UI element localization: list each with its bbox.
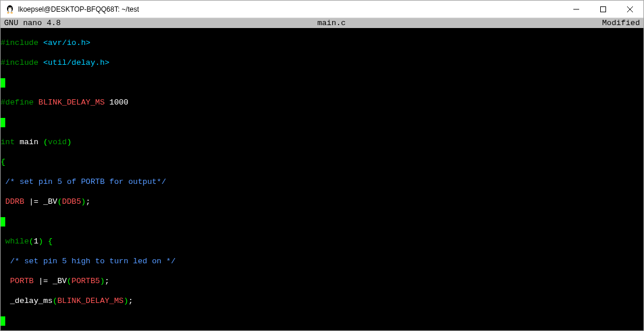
app-icon <box>5 5 15 14</box>
code-line: int main (void) <box>1 137 643 147</box>
trailing-space <box>1 316 5 326</box>
window-title: lkoepsel@DESKTOP-BFQQ68T: ~/test <box>18 5 563 13</box>
svg-point-5 <box>11 7 11 8</box>
nano-header: GNU nano 4.8 main.c Modified <box>1 18 643 28</box>
cursor <box>1 78 5 88</box>
code-line <box>1 316 643 326</box>
code-line: while(1) { <box>1 236 643 246</box>
code-line <box>1 78 643 88</box>
trailing-space <box>1 217 5 227</box>
code-line <box>1 217 643 227</box>
code-line: #include <avr/io.h> <box>1 38 643 48</box>
code-line: { <box>1 157 643 167</box>
titlebar[interactable]: lkoepsel@DESKTOP-BFQQ68T: ~/test <box>1 1 643 18</box>
nano-filename: main.c <box>61 18 602 28</box>
terminal-window: lkoepsel@DESKTOP-BFQQ68T: ~/test GNU nan… <box>0 0 644 331</box>
code-line: #define BLINK_DELAY_MS 1000 <box>1 97 643 107</box>
svg-rect-9 <box>601 6 606 12</box>
svg-point-6 <box>7 12 9 13</box>
code-line <box>1 117 643 127</box>
svg-point-4 <box>9 7 9 8</box>
terminal-area[interactable]: GNU nano 4.8 main.c Modified #include <a… <box>1 18 643 330</box>
close-button[interactable] <box>617 1 643 18</box>
nano-version: GNU nano 4.8 <box>4 18 61 28</box>
code-line: /* set pin 5 of PORTB for output*/ <box>1 177 643 187</box>
trailing-space <box>1 118 5 127</box>
code-line: _delay_ms(BLINK_DELAY_MS); <box>1 296 643 306</box>
nano-status: Modified <box>602 18 640 28</box>
code-line: /* set pin 5 high to turn led on */ <box>1 256 643 266</box>
maximize-button[interactable] <box>590 1 617 18</box>
code-line: PORTB |= _BV(PORTB5); <box>1 276 643 286</box>
svg-point-7 <box>11 12 13 13</box>
code-line: DDRB |= _BV(DDB5); <box>1 197 643 207</box>
code-line: #include <util/delay.h> <box>1 58 643 68</box>
editor-area[interactable]: #include <avr/io.h> #include <util/delay… <box>1 28 643 330</box>
svg-point-1 <box>8 8 12 12</box>
window-controls <box>563 1 643 18</box>
minimize-button[interactable] <box>563 1 590 18</box>
